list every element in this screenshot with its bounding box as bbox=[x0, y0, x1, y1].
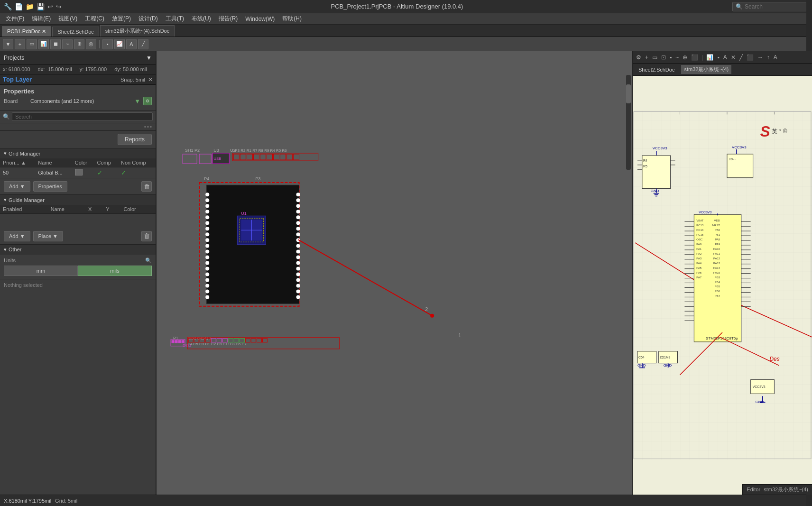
unit-mm-btn[interactable]: mm bbox=[4, 266, 78, 276]
rp-tool-12[interactable]: ✕ bbox=[729, 54, 737, 61]
rp-tab-sheet2[interactable]: Sheet2.SchDoc bbox=[636, 66, 677, 74]
rect-btn[interactable]: ▭ bbox=[27, 39, 37, 49]
col-noncomp[interactable]: Non Comp bbox=[118, 158, 156, 167]
grid-btn-row: Add ▼ Properties 🗑 bbox=[0, 178, 156, 194]
new-icon[interactable]: 📄 bbox=[15, 3, 23, 10]
rp-tool-11[interactable]: A bbox=[722, 54, 729, 61]
rp-tool-3[interactable]: ▭ bbox=[651, 54, 659, 61]
guide-delete-btn[interactable]: 🗑 bbox=[141, 231, 152, 241]
svg-point-49 bbox=[296, 227, 300, 230]
layer-btn[interactable]: ◼ bbox=[50, 39, 61, 49]
grid-add-btn[interactable]: Add ▼ bbox=[4, 181, 30, 192]
svg-point-28 bbox=[205, 215, 209, 219]
unit-mils-btn[interactable]: mils bbox=[78, 266, 152, 276]
pad-btn[interactable]: ⊕ bbox=[74, 39, 84, 49]
tab-sheet2[interactable]: Sheet2.SchDoc bbox=[52, 27, 99, 37]
col-color[interactable]: Color bbox=[72, 158, 94, 167]
panel-search-input[interactable] bbox=[12, 112, 153, 121]
open-icon[interactable]: 📁 bbox=[26, 3, 34, 10]
grid-row[interactable]: 50 Global B... ✓ ✓ bbox=[0, 167, 156, 178]
guide-add-btn[interactable]: Add ▼ bbox=[4, 231, 30, 241]
reports-button[interactable]: Reports bbox=[118, 134, 152, 145]
units-toggle[interactable]: mm mils bbox=[4, 266, 152, 276]
rp-tool-14[interactable]: ⬛ bbox=[745, 54, 755, 61]
rp-tab-stm32[interactable]: stm32最小系统~(4) bbox=[681, 65, 731, 74]
text-btn[interactable]: A bbox=[126, 39, 137, 49]
save-icon[interactable]: 💾 bbox=[37, 3, 45, 10]
menu-view[interactable]: 视图(V) bbox=[55, 14, 81, 24]
layer-name: Top Layer bbox=[3, 76, 32, 83]
canvas-scroll-thumb[interactable] bbox=[626, 84, 631, 103]
editor-tab[interactable]: Editor stm32最小系统~(4) bbox=[742, 484, 812, 495]
other-header[interactable]: ▾ Other bbox=[0, 245, 156, 255]
guide-col-y[interactable]: Y bbox=[103, 205, 120, 214]
guide-col-enabled[interactable]: Enabled bbox=[0, 205, 48, 214]
svg-text:PA9: PA9 bbox=[715, 243, 720, 246]
undo-icon[interactable]: ↩ bbox=[47, 3, 53, 10]
redo-icon[interactable]: ↪ bbox=[56, 3, 62, 10]
filter-btn[interactable]: ▼ bbox=[3, 39, 13, 49]
rp-tool-7[interactable]: ⊕ bbox=[681, 54, 689, 61]
guide-col-x[interactable]: X bbox=[85, 205, 103, 214]
filter-settings-btn[interactable]: ⚙ bbox=[143, 97, 152, 105]
menu-route[interactable]: 布线(U) bbox=[188, 14, 215, 24]
menu-file[interactable]: 文件(F) bbox=[2, 14, 28, 24]
rp-tool-17[interactable]: A bbox=[772, 54, 779, 61]
title-search[interactable]: 🔍 bbox=[732, 2, 808, 11]
filter-icon[interactable]: ▼ bbox=[134, 98, 140, 105]
tab-stm32[interactable]: stm32最小系统~(4).SchDoc bbox=[100, 25, 175, 37]
rp-tool-4[interactable]: ⊡ bbox=[660, 54, 667, 61]
rp-tool-15[interactable]: → bbox=[756, 54, 765, 61]
panel-search[interactable]: 🔍 bbox=[0, 110, 156, 123]
menu-edit[interactable]: 编辑(E) bbox=[28, 14, 55, 24]
tab-pcb1[interactable]: PCB1.PcbDoc ✕ bbox=[2, 26, 51, 37]
title-search-input[interactable] bbox=[745, 3, 802, 10]
menu-reports[interactable]: 报告(R) bbox=[215, 14, 242, 24]
menu-place[interactable]: 放置(P) bbox=[108, 14, 135, 24]
rp-tool-16[interactable]: ↑ bbox=[766, 54, 771, 61]
rp-tool-13[interactable]: ╱ bbox=[738, 54, 744, 61]
projects-header: Projects ▼ bbox=[0, 51, 156, 64]
rp-tool-6[interactable]: ~ bbox=[674, 54, 680, 61]
svg-text:ZD1M8: ZD1M8 bbox=[660, 356, 671, 359]
menu-design[interactable]: 设计(D) bbox=[135, 14, 162, 24]
chart-btn[interactable]: 📊 bbox=[38, 39, 49, 49]
properties-header-row: Properties bbox=[4, 88, 152, 95]
copper-btn[interactable]: ▪ bbox=[102, 39, 113, 49]
close-layer-btn[interactable]: ✕ bbox=[148, 76, 153, 83]
col-name[interactable]: Name bbox=[35, 158, 72, 167]
grid-priority: 50 bbox=[0, 167, 35, 178]
projects-menu-icon[interactable]: ▼ bbox=[146, 55, 152, 61]
chart2-btn[interactable]: 📈 bbox=[114, 39, 125, 49]
line-btn[interactable]: ╱ bbox=[138, 39, 148, 49]
menu-window[interactable]: Window(W) bbox=[241, 15, 278, 23]
route-btn[interactable]: ~ bbox=[62, 39, 73, 49]
guide-manager-header[interactable]: ▾ Guide Manager bbox=[0, 195, 156, 205]
col-priority[interactable]: Priori... ▲ bbox=[0, 158, 35, 167]
menu-tools[interactable]: 工具(T) bbox=[162, 14, 188, 24]
col-comp[interactable]: Comp bbox=[94, 158, 119, 167]
guide-place-btn[interactable]: Place ▼ bbox=[33, 231, 63, 241]
guide-col-color[interactable]: Color bbox=[120, 205, 156, 214]
grid-delete-btn[interactable]: 🗑 bbox=[141, 181, 152, 192]
grid-properties-btn[interactable]: Properties bbox=[33, 181, 67, 192]
rp-tool-2[interactable]: + bbox=[644, 54, 650, 61]
grid-manager-header[interactable]: ▾ Grid Manager bbox=[0, 148, 156, 158]
guide-col-name[interactable]: Name bbox=[48, 205, 85, 214]
canvas-scrollbar[interactable] bbox=[626, 75, 631, 170]
svg-text:PC14: PC14 bbox=[696, 229, 704, 231]
grid-color[interactable] bbox=[72, 167, 94, 178]
via-btn[interactable]: ◎ bbox=[86, 39, 96, 49]
rp-tool-8[interactable]: ⬛ bbox=[690, 54, 700, 61]
schematic-view[interactable]: S 英 ° © VCC3V3 R4 R5 bbox=[633, 76, 812, 495]
units-search-icon[interactable]: 🔍 bbox=[145, 258, 152, 264]
menu-help[interactable]: 帮助(H) bbox=[278, 14, 305, 24]
rp-tool-10[interactable]: ▪ bbox=[716, 54, 720, 61]
pcb-canvas-area[interactable]: SH1 P2 U3 U2 USB P3 R2 R1 R7 R8 R9 R4 R5… bbox=[157, 51, 632, 495]
rp-tool-5[interactable]: ▪ bbox=[668, 54, 673, 61]
add-btn[interactable]: + bbox=[15, 39, 25, 49]
rp-tool-9[interactable]: 📊 bbox=[705, 54, 715, 61]
menu-project[interactable]: 工程(C) bbox=[81, 14, 108, 24]
rp-tool-1[interactable]: ⚙ bbox=[635, 54, 643, 61]
other-title: Other bbox=[9, 247, 22, 252]
